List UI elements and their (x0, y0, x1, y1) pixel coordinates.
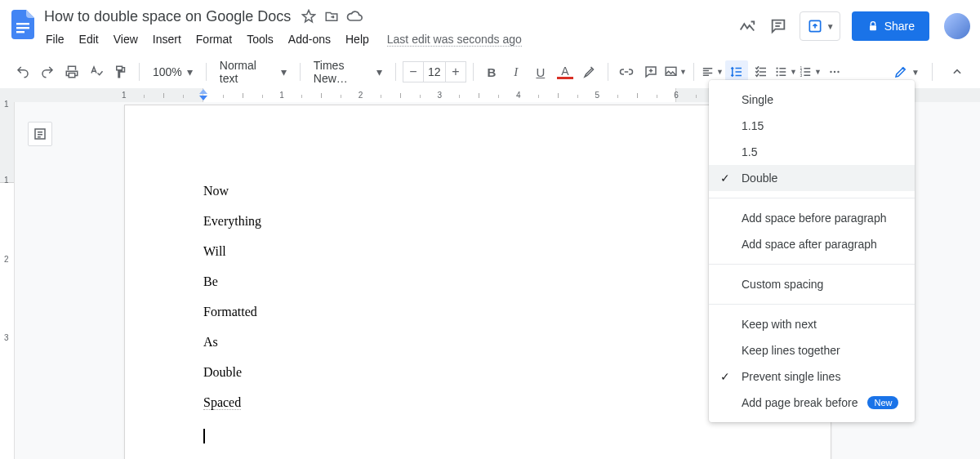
font-size-decrease[interactable]: − (403, 62, 423, 82)
svg-text:3: 3 (800, 73, 802, 78)
document-title[interactable]: How to double space on Google Docs (39, 7, 296, 27)
pencil-icon (893, 65, 908, 79)
font-size-control: − 12 + (403, 61, 466, 82)
highlight-color-icon[interactable] (578, 60, 601, 83)
text-line[interactable]: Now (203, 184, 752, 214)
add-comment-icon[interactable] (639, 60, 662, 83)
first-line-indent-marker[interactable] (199, 89, 207, 94)
share-label: Share (884, 20, 915, 33)
collapse-toolbar-icon[interactable] (946, 60, 969, 83)
menu-format[interactable]: Format (189, 29, 238, 49)
bold-icon[interactable]: B (480, 60, 503, 83)
text-line[interactable]: Double (203, 365, 752, 395)
paragraph-style-select[interactable]: Normal text▾ (213, 60, 293, 83)
text-line[interactable]: Everything (203, 214, 752, 244)
menu-item[interactable]: Custom spacing (709, 271, 915, 297)
text-color-icon[interactable]: A (554, 60, 577, 83)
chevron-down-icon: ▾ (281, 65, 287, 78)
present-button[interactable]: ▼ (800, 11, 840, 41)
zoom-select[interactable]: 100%▾ (146, 60, 199, 83)
svg-point-9 (776, 71, 777, 73)
move-icon[interactable] (322, 7, 341, 26)
menu-item[interactable]: Add space before paragraph (709, 205, 915, 231)
star-icon[interactable] (299, 7, 318, 26)
menu-view[interactable]: View (107, 29, 145, 49)
comments-icon[interactable] (768, 16, 788, 36)
left-indent-marker[interactable] (199, 96, 207, 100)
svg-point-10 (776, 74, 777, 76)
svg-rect-2 (16, 31, 24, 33)
menu-edit[interactable]: Edit (73, 29, 105, 49)
chevron-down-icon: ▼ (826, 22, 835, 31)
insert-image-icon[interactable]: ▼ (664, 60, 687, 83)
text-line[interactable]: Will (203, 244, 752, 274)
svg-rect-6 (870, 25, 876, 30)
undo-icon[interactable] (11, 60, 34, 83)
vertical-ruler[interactable]: 1123 (0, 102, 15, 459)
text-line[interactable]: Spaced (203, 395, 752, 426)
font-family-select[interactable]: Times New…▾ (307, 60, 389, 83)
text-cursor (203, 429, 205, 443)
text-line[interactable]: Be (203, 274, 752, 305)
print-icon[interactable] (60, 60, 83, 83)
menu-item[interactable]: Add space after paragraph (709, 231, 915, 257)
menu-item[interactable]: Add page break beforeNew (709, 390, 915, 416)
last-edit-link[interactable]: Last edit was seconds ago (387, 33, 522, 47)
text-line[interactable]: As (203, 335, 752, 365)
svg-point-14 (830, 71, 831, 73)
font-size-increase[interactable]: + (446, 62, 466, 82)
menu-item[interactable]: Keep lines together (709, 337, 915, 363)
cloud-status-icon[interactable] (345, 7, 364, 26)
italic-icon[interactable]: I (505, 60, 528, 83)
paint-format-icon[interactable] (109, 60, 132, 83)
menu-item[interactable]: ✓Prevent single lines (709, 363, 915, 390)
menu-item[interactable]: ✓Double (709, 165, 915, 191)
menu-tools[interactable]: Tools (240, 29, 280, 49)
menu-separator (709, 198, 915, 198)
document-outline-icon[interactable] (28, 122, 52, 146)
lock-icon (866, 20, 880, 33)
menu-file[interactable]: File (39, 29, 71, 49)
text-line[interactable]: Formatted (203, 305, 752, 335)
page-text[interactable]: NowEverythingWillBeFormattedAsDoubleSpac… (203, 184, 752, 443)
menu-item[interactable]: 1.5 (709, 139, 915, 165)
share-button[interactable]: Share (852, 11, 929, 41)
svg-point-16 (837, 71, 839, 73)
menu-addons[interactable]: Add-ons (282, 29, 337, 49)
svg-point-8 (776, 68, 777, 69)
menu-item[interactable]: Keep with next (709, 311, 915, 337)
account-avatar[interactable] (944, 13, 970, 39)
line-spacing-menu: Single1.151.5✓DoubleAdd space before par… (709, 80, 915, 422)
svg-point-15 (834, 71, 835, 73)
redo-icon[interactable] (36, 60, 59, 83)
svg-rect-0 (16, 23, 29, 25)
svg-rect-1 (16, 27, 29, 29)
menu-help[interactable]: Help (339, 29, 376, 49)
menu-separator (709, 264, 915, 265)
font-size-value[interactable]: 12 (423, 62, 446, 82)
activity-icon[interactable] (737, 16, 757, 36)
chevron-down-icon: ▾ (376, 65, 382, 78)
present-up-icon (807, 18, 823, 34)
menu-separator (709, 304, 915, 305)
insert-link-icon[interactable] (615, 60, 638, 83)
menu-item[interactable]: Single (709, 87, 915, 113)
spellcheck-icon[interactable] (85, 60, 108, 83)
underline-icon[interactable]: U (529, 60, 552, 83)
menu-insert[interactable]: Insert (146, 29, 188, 49)
menu-item[interactable]: 1.15 (709, 113, 915, 139)
docs-logo[interactable] (7, 8, 39, 41)
chevron-down-icon: ▾ (187, 65, 193, 78)
